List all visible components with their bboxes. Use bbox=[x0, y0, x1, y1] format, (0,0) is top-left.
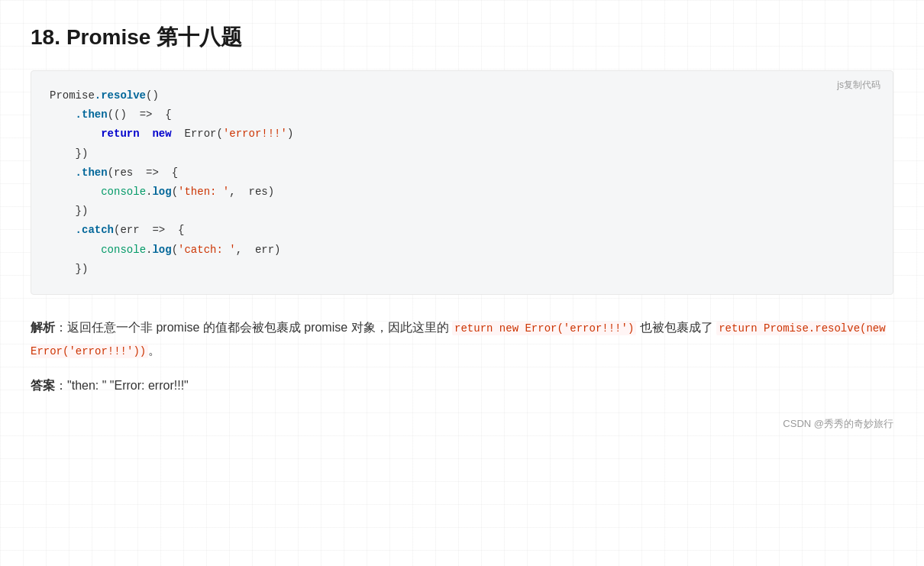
answer-section: 答案："then: " "Error: error!!!" bbox=[31, 378, 893, 394]
title-text: Promise 第十八题 bbox=[66, 23, 242, 52]
analysis-section: 解析：返回任意一个非 promise 的值都会被包裹成 promise 对象，因… bbox=[31, 316, 893, 363]
analysis-text-2: 也被包裹成了 bbox=[636, 321, 712, 334]
copy-label[interactable]: js复制代码 bbox=[837, 79, 880, 92]
analysis-text-1: ：返回任意一个非 promise 的值都会被包裹成 promise 对象，因此这… bbox=[55, 321, 449, 334]
code-block-wrapper: js复制代码 Promise.resolve() .then(() => { r… bbox=[31, 70, 893, 295]
page-title: 18. Promise 第十八题 bbox=[31, 23, 893, 52]
code-block: Promise.resolve() .then(() => { return n… bbox=[50, 86, 874, 279]
footer: CSDN @秀秀的奇妙旅行 bbox=[31, 417, 893, 431]
answer-text: ："then: " "Error: error!!!" bbox=[55, 379, 189, 392]
analysis-label: 解析 bbox=[31, 321, 55, 334]
analysis-text-3: 。 bbox=[148, 344, 160, 357]
title-number: 18. bbox=[31, 25, 60, 50]
answer-label: 答案 bbox=[31, 379, 55, 392]
analysis-inline-1: return new Error('error!!!') bbox=[452, 322, 636, 335]
